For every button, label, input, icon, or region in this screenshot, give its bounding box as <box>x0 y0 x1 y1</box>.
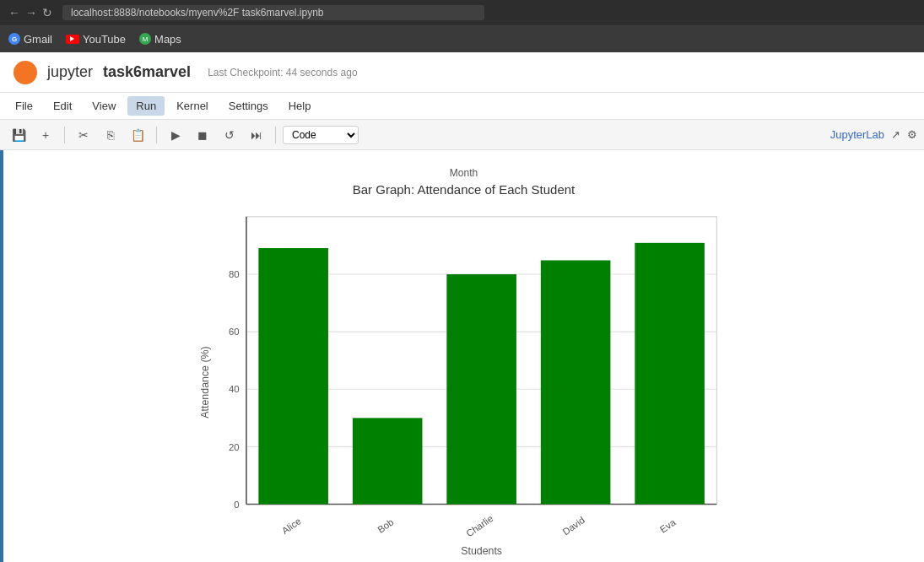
svg-text:Charlie: Charlie <box>464 513 494 538</box>
notebook-area: Month Bar Graph: Attendance of Each Stud… <box>3 150 924 562</box>
reload-button[interactable]: ↻ <box>42 6 52 19</box>
save-button[interactable]: 💾 <box>7 124 30 146</box>
svg-text:Attendance (%): Attendance (%) <box>198 346 210 418</box>
svg-text:80: 80 <box>229 269 240 279</box>
svg-text:0: 0 <box>234 500 239 510</box>
chart-wrapper: Bar Graph: Attendance of Each Student 0 … <box>194 182 734 562</box>
menu-view[interactable]: View <box>84 96 124 116</box>
menu-help[interactable]: Help <box>280 96 320 116</box>
menu-settings[interactable]: Settings <box>220 96 277 116</box>
paste-button[interactable]: 📋 <box>126 124 149 146</box>
chart-title: Bar Graph: Attendance of Each Student <box>194 182 734 197</box>
nav-icons: ← → ↻ <box>8 6 52 19</box>
svg-text:David: David <box>560 515 586 537</box>
bookmark-youtube[interactable]: YouTube <box>66 33 126 46</box>
month-label: Month <box>37 167 890 179</box>
maps-icon: M <box>139 33 151 45</box>
bookmarks-bar: G Gmail YouTube M Maps <box>0 25 924 52</box>
bookmark-maps-label: Maps <box>154 33 181 46</box>
restart-button[interactable]: ↺ <box>218 124 241 146</box>
settings-icon[interactable]: ⚙ <box>907 128 917 141</box>
bar-charlie <box>446 274 516 505</box>
svg-text:Eva: Eva <box>657 516 677 534</box>
menu-edit[interactable]: Edit <box>45 96 80 116</box>
bar-eva <box>635 243 705 505</box>
svg-point-0 <box>18 65 33 80</box>
address-bar[interactable]: localhost:8888/notebooks/myenv%2F task6m… <box>62 5 484 20</box>
menu-bar: File Edit View Run Kernel Settings Help <box>0 93 924 120</box>
jupyter-logo <box>14 61 37 84</box>
stop-button[interactable]: ◼ <box>191 124 214 146</box>
svg-text:Students: Students <box>461 545 502 557</box>
back-button[interactable]: ← <box>8 6 20 19</box>
toolbar: 💾 + ✂ ⎘ 📋 ▶ ◼ ↺ ⏭ Code Markdown Raw Jupy… <box>0 120 924 150</box>
checkpoint-label: Last Checkpoint: 44 seconds ago <box>208 67 357 78</box>
svg-text:Bob: Bob <box>376 516 395 534</box>
forward-button[interactable]: → <box>25 6 37 19</box>
menu-kernel[interactable]: Kernel <box>168 96 217 116</box>
browser-chrome: ← → ↻ localhost:8888/notebooks/myenv%2F … <box>0 0 924 25</box>
toolbar-right: JupyterLab ↗ ⚙ <box>830 128 917 141</box>
svg-text:20: 20 <box>229 442 240 452</box>
bar-alice <box>258 248 328 504</box>
bookmark-gmail[interactable]: G Gmail <box>8 33 52 46</box>
jupyter-filename: task6marvel <box>103 63 191 81</box>
bookmark-maps[interactable]: M Maps <box>139 33 181 46</box>
separator-1 <box>64 127 65 143</box>
bookmark-gmail-label: Gmail <box>24 33 52 46</box>
bar-bob <box>352 418 422 504</box>
bar-chart-svg: 0 20 40 60 80 Attendan <box>194 205 734 559</box>
copy-button[interactable]: ⎘ <box>99 124 122 146</box>
separator-3 <box>275 127 276 143</box>
chart-container: Bar Graph: Attendance of Each Student 0 … <box>37 182 890 562</box>
jupyterlab-external-icon: ↗ <box>891 128 900 141</box>
jupyter-title-label: jupyter <box>47 63 93 81</box>
youtube-icon <box>66 35 79 44</box>
menu-file[interactable]: File <box>7 96 41 116</box>
svg-text:Alice: Alice <box>279 516 302 536</box>
separator-2 <box>156 127 157 143</box>
main-content: Month Bar Graph: Attendance of Each Stud… <box>0 150 924 562</box>
run-button[interactable]: ▶ <box>164 124 187 146</box>
add-cell-button[interactable]: + <box>34 124 57 146</box>
menu-run[interactable]: Run <box>127 96 165 116</box>
bookmark-youtube-label: YouTube <box>83 33 126 46</box>
svg-text:40: 40 <box>229 384 240 394</box>
jupyter-header: jupyter task6marvel Last Checkpoint: 44 … <box>0 52 924 93</box>
restart-run-button[interactable]: ⏭ <box>245 124 268 146</box>
chart-area: 0 20 40 60 80 Attendan <box>194 205 734 559</box>
svg-text:60: 60 <box>229 327 240 337</box>
gmail-icon: G <box>8 33 20 45</box>
cut-button[interactable]: ✂ <box>72 124 95 146</box>
bar-david <box>540 260 610 504</box>
cell-type-select[interactable]: Code Markdown Raw <box>283 126 359 144</box>
jupyterlab-link[interactable]: JupyterLab <box>830 128 884 141</box>
